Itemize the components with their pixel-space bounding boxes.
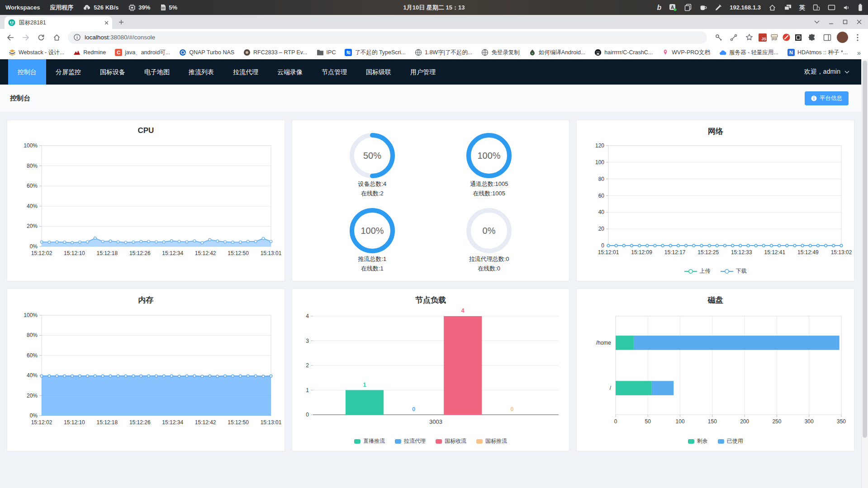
clipboard-icon[interactable] bbox=[684, 4, 692, 11]
tab-close-icon[interactable] bbox=[104, 21, 109, 25]
window-switcher-icon[interactable] bbox=[784, 4, 792, 11]
nav-item-5[interactable]: 推流列表 bbox=[179, 59, 223, 85]
volume-icon[interactable] bbox=[843, 5, 850, 11]
hdatmos-favicon-icon: N bbox=[787, 49, 795, 56]
svg-text:150: 150 bbox=[708, 418, 717, 425]
home-button[interactable] bbox=[51, 32, 62, 43]
password-key-icon[interactable] bbox=[712, 32, 724, 43]
pen-tool-icon[interactable] bbox=[715, 4, 722, 11]
legend-item[interactable]: 拉流代理 bbox=[395, 437, 426, 445]
bookmarks-overflow-icon[interactable]: » bbox=[857, 49, 863, 57]
shredder-extension-icon[interactable] bbox=[770, 33, 778, 42]
address-bar[interactable]: localhost:38080/#/console bbox=[68, 31, 707, 44]
svg-text:15:12:02: 15:12:02 bbox=[31, 419, 52, 426]
restore-icon[interactable] bbox=[843, 19, 848, 24]
translate-icon[interactable]: A bbox=[669, 4, 677, 11]
bookmark-item-4[interactable]: QNAP Turbo NAS bbox=[176, 48, 237, 57]
nav-item-2[interactable]: 分屏监控 bbox=[46, 59, 90, 85]
b-logo-icon[interactable]: b bbox=[657, 4, 662, 12]
chart-legend: 剩余已使用 bbox=[577, 437, 854, 445]
platform-info-button[interactable]: 平台信息 bbox=[805, 91, 849, 105]
home-tray-icon[interactable] bbox=[768, 4, 776, 11]
legend-item[interactable]: 已使用 bbox=[718, 437, 743, 445]
back-button[interactable] bbox=[5, 32, 16, 43]
svg-text:15:12:34: 15:12:34 bbox=[162, 250, 183, 256]
legend-item[interactable]: 上传 bbox=[684, 267, 711, 275]
nav-item-9[interactable]: 国标级联 bbox=[356, 59, 401, 85]
legend-item[interactable]: 国标推流 bbox=[476, 437, 507, 445]
status-rings-panel: 50%设备总数:4在线数:2100%通道总数:1005在线数:1005100%推… bbox=[292, 120, 570, 281]
side-panel-icon[interactable] bbox=[821, 32, 833, 43]
svg-text:60: 60 bbox=[598, 193, 605, 199]
page-scrollbar[interactable] bbox=[861, 59, 868, 488]
ip-indicator: 192.168.1.3 bbox=[730, 4, 761, 11]
svg-text:15:12:26: 15:12:26 bbox=[129, 250, 151, 256]
bookmark-item-6[interactable]: IPC bbox=[313, 48, 339, 57]
user-menu[interactable]: 欢迎，admin bbox=[804, 68, 849, 76]
bookmark-item-7[interactable]: 知了不起的 TypeScri... bbox=[342, 48, 409, 57]
bookmark-item-10[interactable]: 如何编译Android... bbox=[526, 48, 589, 57]
browser-menu-icon[interactable] bbox=[852, 32, 863, 43]
nav-item-1[interactable]: 控制台 bbox=[8, 59, 46, 85]
dark-square-extension-icon[interactable] bbox=[794, 33, 802, 42]
svg-text:100%: 100% bbox=[478, 151, 501, 161]
bookmark-item-12[interactable]: WVP-PRO文档 bbox=[659, 48, 713, 57]
profile-avatar[interactable] bbox=[837, 32, 848, 43]
legend-item[interactable]: 国标收流 bbox=[436, 437, 466, 445]
bookmark-item-11[interactable]: hairrrrr/C-CrashC... bbox=[591, 48, 656, 57]
bookmark-star-icon[interactable] bbox=[743, 32, 755, 43]
extensions-puzzle-icon[interactable] bbox=[806, 32, 818, 43]
minimize-icon[interactable] bbox=[829, 19, 834, 24]
legend-item[interactable]: 下载 bbox=[721, 267, 747, 275]
nav-item-3[interactable]: 国标设备 bbox=[90, 59, 135, 85]
page-header: 控制台 平台信息 bbox=[0, 85, 861, 112]
display-icon[interactable] bbox=[828, 5, 835, 11]
svg-text:15:12:10: 15:12:10 bbox=[64, 419, 85, 426]
tab-title: 国标28181 bbox=[19, 19, 101, 27]
bookmark-item-2[interactable]: Redmine bbox=[70, 48, 109, 57]
cup-icon[interactable] bbox=[699, 4, 707, 11]
site-info-icon[interactable] bbox=[74, 34, 81, 41]
ring-total-label: 推流总数:1 bbox=[358, 254, 386, 264]
nav-item-10[interactable]: 用户管理 bbox=[401, 59, 445, 85]
ring-stat-3: 100%推流总数:1在线数:1 bbox=[314, 203, 431, 278]
page-scrollbar-thumb[interactable] bbox=[863, 61, 867, 438]
browser-tab[interactable]: 国标28181 bbox=[5, 16, 112, 29]
tab-search-icon[interactable] bbox=[814, 20, 820, 24]
share-icon[interactable] bbox=[728, 32, 740, 43]
devices-icon[interactable] bbox=[813, 4, 820, 11]
bookmark-item-1[interactable]: Webstack - 设计... bbox=[5, 48, 67, 57]
svg-text:15:13:01: 15:13:01 bbox=[261, 419, 282, 426]
svg-text:15:12:18: 15:12:18 bbox=[96, 250, 118, 256]
bookmark-item-3[interactable]: Cjava、android可... bbox=[112, 48, 173, 57]
svg-text:100: 100 bbox=[676, 418, 685, 425]
nav-item-8[interactable]: 节点管理 bbox=[312, 59, 356, 85]
reload-button[interactable] bbox=[35, 32, 47, 43]
forward-button[interactable] bbox=[20, 32, 32, 43]
close-icon[interactable] bbox=[857, 19, 862, 24]
bookmark-item-5[interactable]: RFC2833 – RTP Ev... bbox=[240, 48, 311, 57]
legend-item[interactable]: 剩余 bbox=[688, 437, 708, 445]
svg-text:15:12:17: 15:12:17 bbox=[664, 249, 686, 256]
battery-icon[interactable] bbox=[858, 4, 863, 11]
bookmark-item-13[interactable]: 服务器 - 轻量应用... bbox=[716, 48, 782, 57]
bookmark-item-14[interactable]: NHDAtmos :: 种子 *... bbox=[784, 48, 851, 57]
svg-text:200: 200 bbox=[740, 418, 749, 425]
clock[interactable]: 1月10日 星期二 15：13 bbox=[403, 4, 465, 12]
adblock-extension-icon[interactable] bbox=[782, 33, 791, 42]
nav-item-6[interactable]: 拉流代理 bbox=[223, 59, 268, 85]
coolapk-favicon-icon bbox=[529, 49, 536, 56]
bookmark-item-8[interactable]: 1.8W字|了不起的... bbox=[412, 48, 475, 57]
nav-item-7[interactable]: 云端录像 bbox=[268, 59, 312, 85]
legend-item[interactable]: 直播推流 bbox=[354, 437, 385, 445]
applications-menu-button[interactable]: 应用程序 bbox=[50, 4, 73, 12]
tab-favicon bbox=[8, 19, 15, 26]
new-tab-button[interactable] bbox=[115, 16, 128, 28]
browser-tab-strip: 国标28181 bbox=[0, 15, 868, 29]
input-method-indicator[interactable]: 英 bbox=[799, 4, 805, 12]
svg-text:15:12:02: 15:12:02 bbox=[31, 250, 52, 256]
js-extension-icon[interactable]: JS bbox=[759, 33, 767, 42]
nav-item-4[interactable]: 电子地图 bbox=[135, 59, 179, 85]
workspaces-button[interactable]: Workspaces bbox=[5, 4, 40, 11]
bookmark-item-9[interactable]: 免登录复制 bbox=[478, 48, 523, 57]
